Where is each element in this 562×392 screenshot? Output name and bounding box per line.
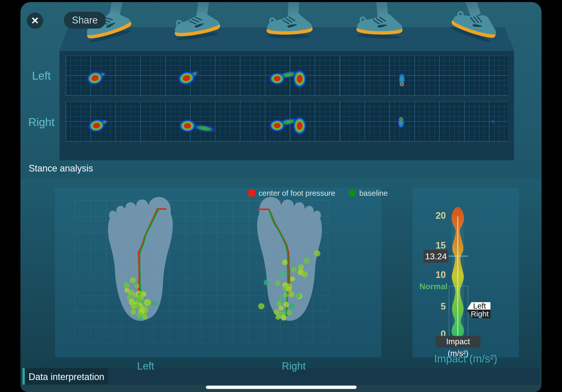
app-screen: ✕ Share Left Right Stance analysis cente… xyxy=(0,0,562,392)
stance-legend: center of foot pressure baseline xyxy=(248,189,388,198)
stance-analysis-header-bar xyxy=(22,160,540,176)
close-icon: ✕ xyxy=(31,15,39,26)
cop-legend-label: center of foot pressure xyxy=(259,189,335,198)
gauge-tick-10: 10 xyxy=(420,270,446,280)
stance-plot-panel xyxy=(55,188,381,357)
share-label: Share xyxy=(72,15,98,26)
heatmap-strip-left xyxy=(66,56,508,96)
home-indicator[interactable] xyxy=(206,386,357,389)
impact-axis-pill: Impact (m/s²) xyxy=(436,336,481,348)
treadmill-band xyxy=(59,27,514,51)
normal-range-box xyxy=(449,286,468,337)
impact-caption: Impact (m/s²) xyxy=(413,353,519,365)
gauge-tick-15: 15 xyxy=(420,240,446,251)
right-foot-caption: Right xyxy=(255,360,332,372)
left-foot-caption: Left xyxy=(107,360,184,372)
cop-legend-swatch xyxy=(248,190,255,197)
data-interpretation-title: Data interpretation xyxy=(29,372,104,382)
impact-value-badge: 13.24 xyxy=(424,250,448,263)
section-accent-bar xyxy=(22,368,25,385)
impact-value-dash-line xyxy=(449,256,468,256)
gauge-tick-20: 20 xyxy=(420,210,446,221)
gauge-tick-5: 5 xyxy=(420,301,446,312)
close-button[interactable]: ✕ xyxy=(27,13,43,29)
normal-range-label: Normal xyxy=(409,282,448,291)
baseline-legend-label: baseline xyxy=(359,189,388,198)
share-button[interactable]: Share xyxy=(64,12,106,29)
heatmap-strip-right xyxy=(66,102,508,142)
heatmap-row-label-left: Left xyxy=(21,69,62,82)
stance-analysis-title: Stance analysis xyxy=(29,163,93,174)
baseline-legend-swatch xyxy=(349,190,356,197)
heatmap-row-label-right: Right xyxy=(21,116,62,129)
